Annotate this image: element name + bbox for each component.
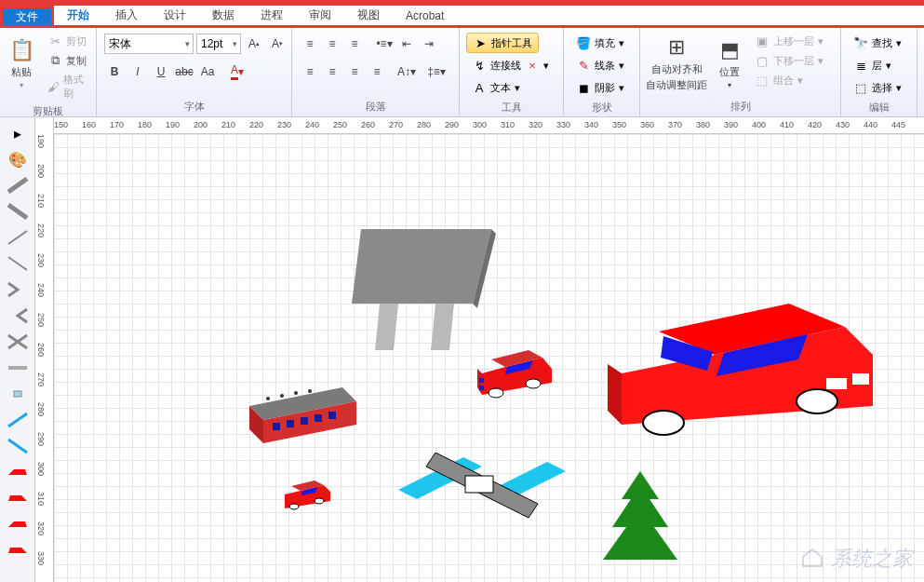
shape-tab-arrow[interactable]: ▸ [5,123,31,143]
menu-tab-data[interactable]: 数据 [199,6,248,25]
layers-button[interactable]: ≣层▾ [848,55,897,75]
svg-point-49 [797,389,837,413]
bring-forward-button[interactable]: ▣上移一层▾ [752,33,826,49]
x-icon: × [525,58,540,73]
svg-marker-13 [8,548,27,553]
shape-bar[interactable] [5,358,31,378]
bullets-button[interactable]: •≡▾ [374,34,395,54]
bucket-icon: 🪣 [576,35,591,50]
canvas-tree[interactable] [594,471,687,582]
shadow-button[interactable]: ◼阴影▾ [570,77,630,98]
canvas-intersection[interactable] [398,453,566,536]
font-color-button[interactable]: A▾ [227,61,248,82]
menu-tab-file[interactable]: 文件 [0,6,54,25]
select-icon: ⬚ [853,80,868,95]
grow-font-button[interactable]: A▴ [244,34,264,54]
shape-cross[interactable] [5,332,31,352]
group-button[interactable]: ⬚组合▾ [752,72,826,88]
copy-icon: ⧉ [47,53,62,68]
shape-car-4[interactable] [5,540,31,561]
shape-line-4[interactable] [5,253,31,274]
svg-rect-21 [273,423,280,430]
svg-marker-57 [803,549,822,566]
shape-line-1[interactable] [5,175,31,196]
svg-marker-17 [431,304,454,350]
align-middle-button[interactable]: ≡ [322,34,342,54]
underline-button[interactable]: U [151,61,171,82]
align-top-button[interactable]: ≡ [300,34,320,54]
line-spacing-button[interactable]: ‡≡▾ [426,61,447,82]
select-button[interactable]: ⬚选择▾ [848,77,907,98]
align-center-button[interactable]: ≡ [322,61,342,82]
shape-blue-line-2[interactable] [5,436,31,456]
copy-button[interactable]: ⧉复制 [45,52,90,69]
position-button[interactable]: ⬒ 位置 ▾ [713,30,746,97]
drawing-canvas[interactable]: 1501601701801902002102202302402502602702… [54,117,924,582]
shape-car-2[interactable] [5,488,31,508]
pointer-tool-button[interactable]: ➤指针工具 [466,33,539,53]
menu-tab-home[interactable]: 开始 [54,6,102,25]
indent-increase-button[interactable]: ⇥ [419,34,439,54]
svg-rect-55 [465,476,493,493]
align-left-button[interactable]: ≡ [300,61,320,82]
shape-line-3[interactable] [5,227,31,248]
text-direction-button[interactable]: A↕▾ [396,61,417,82]
text-tool-button[interactable]: A文本▾ [466,77,526,98]
forward-icon: ▣ [755,34,770,48]
arrange-group-label: 排列 [644,100,837,115]
align-bottom-button[interactable]: ≡ [344,34,365,54]
fill-button[interactable]: 🪣填充▾ [570,33,630,53]
shape-chevron-1[interactable] [5,279,31,300]
cut-button[interactable]: ✂剪切 [45,33,90,49]
paste-label: 粘贴 [11,65,32,79]
menu-tab-design[interactable]: 设计 [151,6,199,25]
connector-button[interactable]: ↯连接线×▾ [466,55,555,75]
menubar: 文件 开始 插入 设计 数据 进程 审阅 视图 Acrobat [0,6,924,28]
canvas-tiny-car[interactable] [282,480,338,513]
menu-tab-view[interactable]: 视图 [344,6,393,25]
canvas-bus[interactable] [240,387,361,453]
svg-rect-22 [287,420,294,427]
justify-button[interactable]: ≡ [367,61,387,82]
canvas-large-car[interactable] [603,304,882,443]
strikethrough-button[interactable]: abc [174,61,194,82]
menu-tab-insert[interactable]: 插入 [102,6,151,25]
shrink-font-button[interactable]: A▾ [267,34,288,54]
shape-line-2[interactable] [5,201,31,222]
svg-line-3 [8,257,27,270]
menu-tab-process[interactable]: 进程 [248,6,296,25]
menu-tab-review[interactable]: 审阅 [296,6,344,25]
layers-icon: ≣ [853,58,868,73]
canvas-small-car[interactable] [477,350,561,401]
text-case-button[interactable]: Aa [197,61,218,82]
menu-tab-acrobat[interactable]: Acrobat [393,6,457,25]
find-button[interactable]: 🔭查找▾ [848,33,907,53]
auto-align-button[interactable]: ⊞ 自动对齐和 自动调整间距 [644,30,709,97]
format-painter-button[interactable]: 🖌格式刷 [45,72,90,102]
shape-overpass[interactable] [5,384,31,404]
brush-icon: 🖌 [47,79,60,94]
clipboard-group-label: 剪贴板 [4,104,92,118]
line-style-button[interactable]: ✎线条▾ [570,55,630,75]
shape-blue-line-1[interactable] [5,410,31,430]
shape-car-3[interactable] [5,514,31,535]
pen-icon: ✎ [576,58,591,73]
align-right-button[interactable]: ≡ [344,61,365,82]
svg-marker-12 [8,521,27,527]
paste-button[interactable]: 📋 粘贴 ▾ [4,30,39,97]
svg-marker-11 [8,495,27,501]
font-size-combo[interactable]: 12pt [196,34,241,54]
shape-palette-icon[interactable]: 🎨 [5,149,31,169]
canvas-billboard[interactable] [352,220,501,359]
bold-button[interactable]: B [104,61,125,82]
svg-point-35 [526,379,541,388]
send-backward-button[interactable]: ▢下移一层▾ [752,52,826,69]
indent-decrease-button[interactable]: ⇤ [396,34,417,54]
shape-car-1[interactable] [5,462,31,482]
svg-rect-6 [8,366,27,370]
shape-chevron-2[interactable] [5,305,31,326]
font-family-combo[interactable]: 宋体 [104,34,194,54]
tools-group-label: 工具 [463,101,559,115]
italic-button[interactable]: I [127,61,148,82]
editing-group-label: 编辑 [845,101,913,115]
